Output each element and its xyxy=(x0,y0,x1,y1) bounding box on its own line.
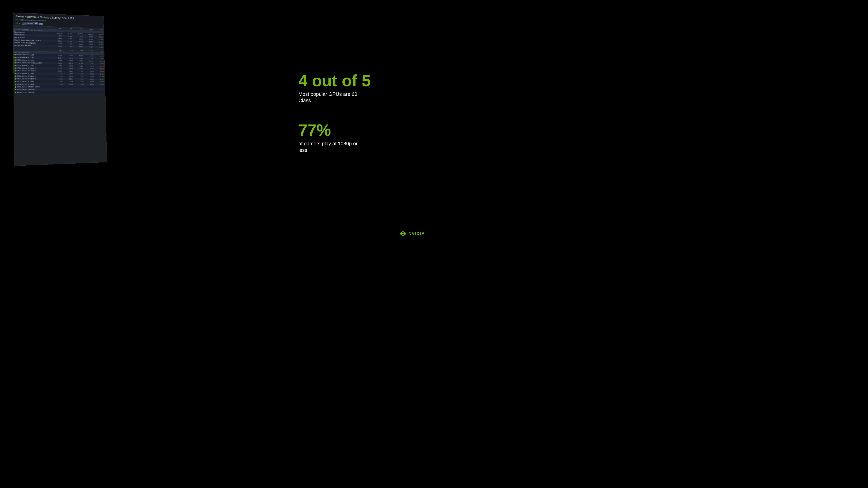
svg-point-1 xyxy=(402,233,404,234)
stat-desc-1: Most popular GPUs are 60 Class xyxy=(298,91,366,104)
stat-block-1: 4 out of 5 Most popular GPUs are 60 Clas… xyxy=(298,72,371,104)
stat-big-2: 77% xyxy=(298,122,366,138)
table-row: NVIDIA GeForce GTX 1050 xyxy=(14,91,105,94)
stat-desc-2: of gamers play at 1080p or less xyxy=(298,140,366,153)
nvidia-eye-icon xyxy=(399,230,407,237)
col-jan: JAN xyxy=(62,28,72,29)
nvidia-logo: NVIDIA xyxy=(399,230,425,237)
table-row: NVIDIA GeForce RTX 3050 2.29% 2.27% 2.08… xyxy=(14,83,105,86)
row-name: NVIDIA GeForce RTX 3060 Ti xyxy=(14,70,52,72)
row-name: NVIDIA GeForce RTX 3060 xyxy=(14,59,52,61)
row-name: NVIDIA GeForce GTX 1660 Ti xyxy=(15,89,52,90)
row-name: NVIDIA GeForce RTX 3070 xyxy=(15,80,52,82)
stat-big-1: 4 out of 5 xyxy=(298,72,371,89)
row-name: DirectX 9 Shader Model 2b and 3.0 GPUs xyxy=(14,39,51,41)
stat-block-2: 77% of gamers play at 1080p or less xyxy=(298,122,366,153)
col-name xyxy=(14,49,52,51)
row-name: DirectX 9 Shader Model 2.0 GPUs xyxy=(14,42,51,44)
table-row: NVIDIA GeForce GTX 1660 SUPER xyxy=(14,86,105,88)
row-name: NVIDIA GeForce GTX 1660 SUPER xyxy=(15,86,52,88)
sort-select[interactable]: Percent Share xyxy=(22,22,38,25)
table-row: NVIDIA GeForce RTX 3070 2.39% 2.37% 2.33… xyxy=(14,80,105,83)
right-panel: 4 out of 5 Most popular GPUs are 60 Clas… xyxy=(285,0,421,244)
row-name: NVIDIA GeForce GTX 1050 Ti xyxy=(15,75,52,77)
row-name: NVIDIA GeForce RTX 3050 xyxy=(15,84,52,85)
row-name: NVIDIA GeForce RTX 3060 Laptop GPU xyxy=(14,62,52,64)
col-mar: MAR xyxy=(83,50,93,52)
col-dec: DEC xyxy=(51,50,62,51)
row-name: NVIDIA GeForce RTX 3060 Ti xyxy=(15,78,52,80)
row-name: DirectX 8 GPUs and below xyxy=(14,44,51,47)
row-name: NVIDIA GeForce GTX 1650 xyxy=(14,54,52,56)
col-mar: MAR xyxy=(83,29,93,30)
col-feb: FEB xyxy=(72,50,83,52)
col-feb: FEB xyxy=(72,28,83,30)
col-jan: JAN xyxy=(62,50,72,51)
col-apr: APR xyxy=(93,51,103,52)
col-apr: APR xyxy=(93,29,103,30)
row-name: NVIDIA GeForce GTX 1060 xyxy=(14,57,52,59)
row-name: NVIDIA GeForce GTX 1050 xyxy=(15,92,52,93)
row-name: NVIDIA GeForce RTX 2060 xyxy=(14,65,52,67)
col-name xyxy=(14,26,51,29)
steam-survey-panel: Steam Hardware & Software Survey: April … xyxy=(13,12,107,166)
sort-button[interactable]: Sort xyxy=(39,23,43,25)
table-row: NVIDIA GeForce GTX 1660 Ti xyxy=(14,88,105,91)
sort-label: Sort By: xyxy=(16,22,21,24)
row-name: NVIDIA GeForce GTX 1050 Ti xyxy=(14,67,52,69)
row-name: NVIDIA GeForce RTX 2060 xyxy=(14,72,52,74)
nvidia-text: NVIDIA xyxy=(408,231,425,236)
col-dec: DEC xyxy=(51,27,62,29)
